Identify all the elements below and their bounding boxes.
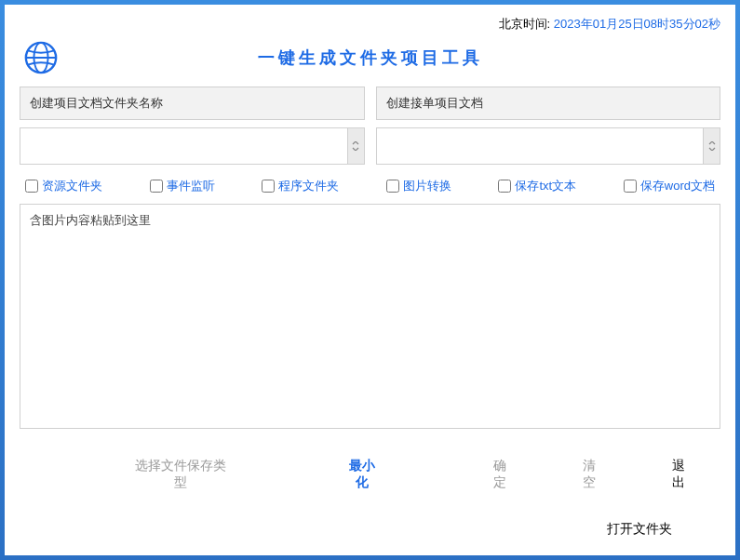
- header: 一键生成文件夹项目工具: [5, 40, 735, 87]
- minimize-button[interactable]: 最小化: [337, 454, 387, 495]
- app-title: 一键生成文件夹项目工具: [77, 47, 663, 69]
- button-row-1: 选择文件保存类型 最小化 确定 清空 退出: [5, 432, 735, 504]
- check-event-listener-box[interactable]: [150, 180, 163, 193]
- check-resource-folder-label: 资源文件夹: [42, 178, 102, 194]
- button-row-2: 打开文件夹: [5, 504, 735, 541]
- time-value: 2023年01月25日08时35分02秒: [554, 17, 720, 31]
- checkbox-row: 资源文件夹 事件监听 程序文件夹 图片转换 保存txt文本 保存word文档: [5, 165, 735, 204]
- open-folder-button[interactable]: 打开文件夹: [599, 517, 679, 541]
- check-save-txt-label: 保存txt文本: [515, 178, 576, 194]
- order-doc-label: 创建接单项目文档: [376, 87, 721, 120]
- check-save-word[interactable]: 保存word文档: [624, 178, 715, 194]
- check-save-word-label: 保存word文档: [640, 178, 715, 194]
- check-save-txt[interactable]: 保存txt文本: [498, 178, 576, 194]
- check-resource-folder[interactable]: 资源文件夹: [25, 178, 102, 194]
- clear-button[interactable]: 清空: [570, 454, 608, 495]
- check-image-convert-box[interactable]: [386, 180, 399, 193]
- check-image-convert[interactable]: 图片转换: [386, 178, 451, 194]
- check-image-convert-label: 图片转换: [403, 178, 451, 194]
- check-event-listener[interactable]: 事件监听: [150, 178, 215, 194]
- fields-row: 创建项目文档文件夹名称 创建接单项目文档: [5, 87, 735, 165]
- top-bar: 北京时间: 2023年01月25日08时35分02秒: [5, 5, 735, 40]
- check-program-folder-box[interactable]: [262, 180, 275, 193]
- order-doc-input[interactable]: [377, 128, 704, 164]
- time-label: 北京时间:: [499, 17, 554, 31]
- app-window: 北京时间: 2023年01月25日08时35分02秒 一键生成文件夹项目工具 创…: [5, 5, 735, 555]
- order-doc-combo[interactable]: [376, 127, 721, 165]
- check-resource-folder-box[interactable]: [25, 180, 38, 193]
- check-program-folder[interactable]: 程序文件夹: [262, 178, 339, 194]
- folder-name-input[interactable]: [20, 128, 347, 164]
- confirm-button[interactable]: 确定: [480, 454, 518, 495]
- check-program-folder-label: 程序文件夹: [278, 178, 339, 194]
- exit-button[interactable]: 退出: [660, 454, 698, 495]
- check-save-txt-box[interactable]: [498, 180, 511, 193]
- folder-name-label: 创建项目文档文件夹名称: [20, 87, 365, 120]
- check-save-word-box[interactable]: [624, 180, 637, 193]
- textarea-wrap: [5, 204, 735, 432]
- folder-name-dropdown-button[interactable]: [347, 128, 364, 164]
- save-type-button[interactable]: 选择文件保存类型: [126, 454, 235, 495]
- content-textarea[interactable]: [20, 204, 720, 429]
- folder-name-combo[interactable]: [20, 127, 365, 165]
- order-doc-dropdown-button[interactable]: [703, 128, 720, 164]
- check-event-listener-label: 事件监听: [167, 178, 215, 194]
- globe-icon: [23, 40, 59, 75]
